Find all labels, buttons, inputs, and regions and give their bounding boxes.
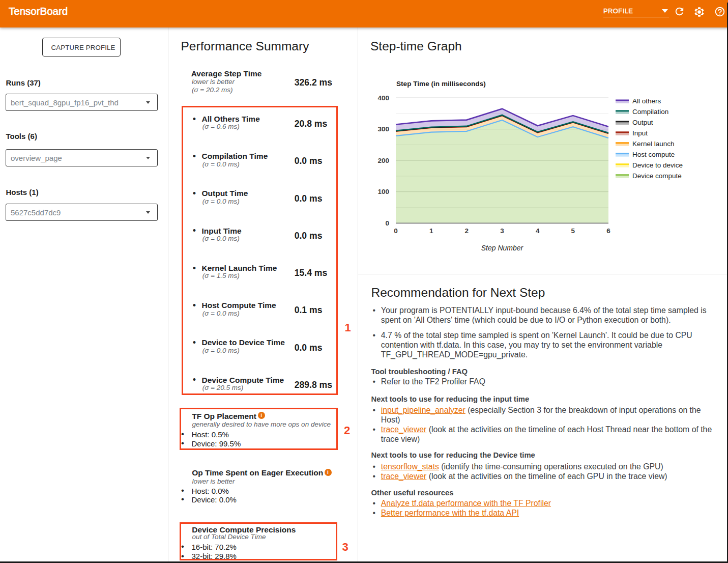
svg-text:Step Time (in milliseconds): Step Time (in milliseconds) (396, 80, 486, 88)
svg-text:Device to device: Device to device (632, 161, 683, 169)
svg-text:Input: Input (632, 129, 648, 137)
svg-text:400: 400 (377, 94, 389, 102)
svg-text:1: 1 (429, 227, 433, 235)
svg-text:Output: Output (632, 119, 653, 126)
svg-text:3: 3 (500, 227, 504, 235)
svg-text:0: 0 (385, 219, 389, 227)
svg-text:200: 200 (377, 157, 389, 164)
svg-text:All others: All others (632, 97, 661, 105)
svg-text:Device compute: Device compute (632, 172, 682, 180)
svg-text:Host compute: Host compute (632, 151, 675, 158)
svg-text:2: 2 (465, 227, 469, 235)
svg-text:100: 100 (377, 188, 389, 195)
svg-text:4: 4 (536, 227, 540, 235)
svg-text:6: 6 (606, 227, 610, 235)
svg-text:0: 0 (394, 227, 398, 235)
svg-text:Step Number: Step Number (481, 244, 524, 252)
svg-text:300: 300 (377, 125, 389, 133)
svg-text:Compilation: Compilation (632, 108, 668, 116)
svg-text:Kernel launch: Kernel launch (632, 140, 675, 148)
svg-text:5: 5 (571, 227, 575, 235)
